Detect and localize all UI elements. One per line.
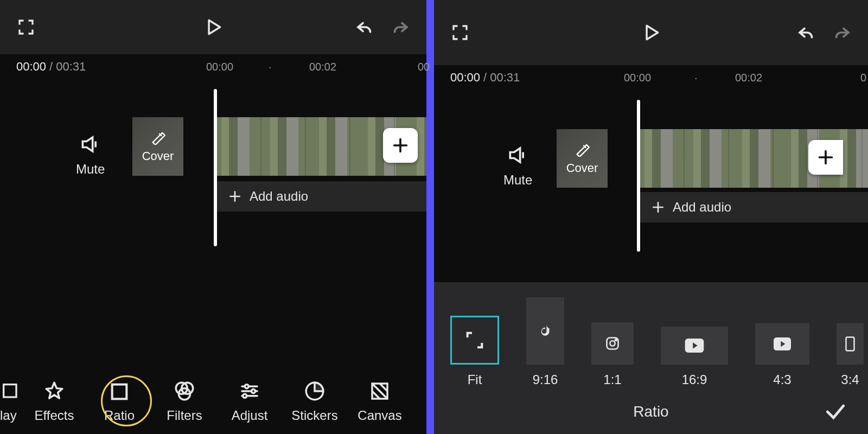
ruler-tick: · [694,72,698,84]
redo-icon[interactable] [391,17,410,37]
add-audio-button[interactable]: Add audio [640,192,868,222]
portrait-icon [845,336,856,352]
ratio-title: Ratio [633,403,668,420]
mute-button[interactable]: Mute [503,143,532,188]
add-audio-button[interactable]: Add audio [217,181,426,212]
ruler-tick: 00:02 [309,61,336,73]
time-separator: / [49,60,53,74]
ratio-option-9-16[interactable]: 9:16 [526,297,564,387]
cover-label: Cover [566,161,598,175]
action-label: Effects [35,408,74,423]
ratio-option-fit[interactable]: Fit [450,316,499,387]
svg-point-6 [252,390,256,393]
ratio-label: Fit [468,372,482,387]
youtube-icon [685,339,704,353]
action-label: Ratio [104,408,135,423]
ratio-label: 3:4 [841,372,859,387]
fullscreen-icon[interactable] [16,17,36,37]
mute-label: Mute [76,162,105,177]
ruler-tick: 00:00 [624,72,651,84]
ratio-label: 1:1 [603,372,621,387]
editor-screen-left: 00:00 / 00:31 00:00 · 00:02 00 Mute Cove… [0,0,426,434]
bottom-actions: lay Effects Ratio Filters Adjust [0,380,426,423]
ratio-list[interactable]: Fit 9:16 1:1 [434,297,868,387]
action-label: lay [0,408,17,423]
action-effects[interactable]: Effects [22,380,87,423]
action-label: Filters [167,408,202,423]
cover-label: Cover [142,149,174,163]
action-label: Adjust [232,408,268,423]
ratio-option-1-1[interactable]: 1:1 [591,322,634,387]
add-audio-label: Add audio [673,200,731,215]
ruler-tick: 00:02 [735,72,762,84]
svg-point-12 [615,339,617,341]
play-icon[interactable] [203,17,224,37]
time-current: 00:00 [16,60,46,74]
svg-rect-1 [112,385,127,399]
svg-point-7 [243,394,247,398]
ratio-option-4-3[interactable]: 4:3 [755,323,809,387]
ruler-tick: · [269,61,272,73]
action-overlay[interactable]: lay [0,381,22,423]
action-canvas[interactable]: Canvas [347,380,412,423]
svg-point-11 [610,341,615,346]
add-audio-label: Add audio [250,189,308,204]
confirm-icon[interactable] [824,400,847,424]
ratio-option-16-9[interactable]: 16:9 [661,327,728,387]
add-clip-button[interactable] [383,128,418,163]
svg-rect-15 [846,337,854,351]
time-total: 00:31 [490,71,520,85]
mute-label: Mute [503,173,532,188]
undo-icon[interactable] [796,23,816,42]
ruler-tick: 00:00 [206,61,233,73]
ratio-label: 4:3 [773,372,791,387]
timecode-row: 00:00 / 00:31 00:00 · 00:02 0 [434,65,868,85]
timeline[interactable]: Mute Cover Add audio [434,85,868,275]
time-separator: / [483,71,487,85]
ratio-label: 16:9 [682,372,707,387]
fullscreen-icon[interactable] [450,23,470,42]
action-label: Stickers [291,408,337,423]
mute-button[interactable]: Mute [76,132,105,177]
cover-button[interactable]: Cover [557,129,608,188]
time-current: 00:00 [450,71,480,85]
tiktok-icon [537,323,553,339]
topbar [0,0,426,54]
ratio-label: 9:16 [533,372,558,387]
add-clip-button[interactable] [808,140,843,175]
ratio-panel: Fit 9:16 1:1 [434,282,868,434]
ruler-tick: 00 [418,61,430,73]
svg-point-5 [245,385,248,388]
time-total: 00:31 [56,60,86,74]
instagram-icon [605,336,620,351]
action-stickers[interactable]: Stickers [282,380,347,423]
undo-icon[interactable] [355,17,374,37]
redo-icon[interactable] [832,23,852,42]
timecode-row: 00:00 / 00:31 00:00 · 00:02 00 [0,54,426,74]
timeline[interactable]: Mute Cover Add audio [0,74,426,269]
svg-rect-0 [4,385,16,397]
ruler-tick: 0 [860,72,866,84]
ratio-footer: Ratio [434,397,868,426]
topbar [434,0,868,65]
action-ratio[interactable]: Ratio [87,381,152,423]
play-icon[interactable] [641,22,661,43]
action-label: Canvas [358,408,401,423]
action-adjust[interactable]: Adjust [217,380,282,423]
youtube-icon [773,337,792,350]
action-filters[interactable]: Filters [152,380,217,423]
editor-screen-right: 00:00 / 00:31 00:00 · 00:02 0 Mute Cover… [434,0,868,434]
ratio-option-3-4[interactable]: 3:4 [837,323,864,387]
cover-button[interactable]: Cover [132,117,183,176]
